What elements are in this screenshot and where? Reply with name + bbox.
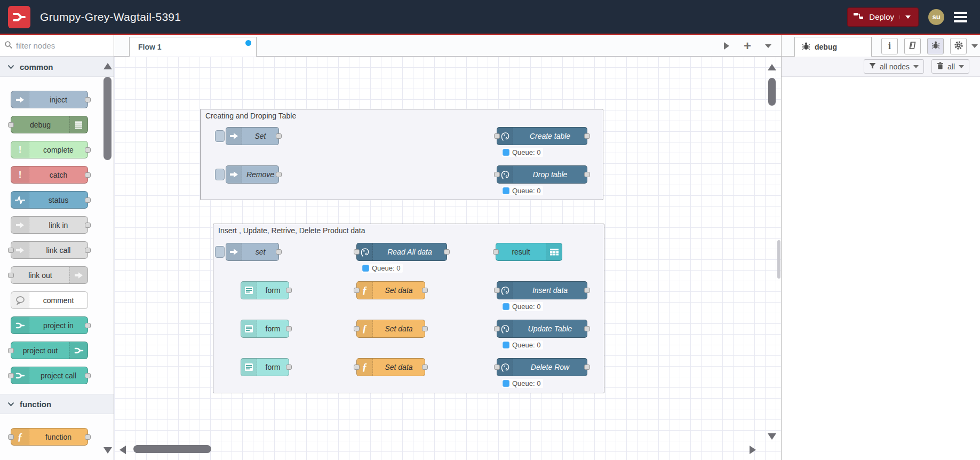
output-port[interactable] (85, 147, 91, 153)
output-port[interactable] (584, 133, 590, 139)
debug-sidebar-button[interactable] (927, 38, 944, 54)
canvas-vertical-scrollbar-thumb[interactable] (768, 78, 776, 106)
flow-node-Create-table[interactable]: Create table (497, 127, 587, 145)
output-port[interactable] (85, 223, 91, 228)
flow-node-Remove[interactable]: Remove (226, 165, 279, 184)
output-port[interactable] (584, 172, 590, 177)
flow-node-form[interactable]: form (241, 281, 289, 299)
flow-node-Set-data[interactable]: ƒSet data (356, 320, 425, 338)
canvas-horizontal-scrollbar-thumb[interactable] (133, 445, 211, 453)
tab-list-caret[interactable] (760, 39, 776, 52)
canvas-scroll-right-arrow[interactable] (750, 446, 756, 454)
palette-node-link-in[interactable]: link in (11, 216, 88, 234)
canvas-scroll-down-arrow[interactable] (768, 433, 776, 440)
main-menu-button[interactable] (954, 12, 967, 22)
output-port[interactable] (444, 249, 450, 255)
input-port[interactable] (494, 172, 500, 177)
input-port[interactable] (354, 288, 360, 293)
input-port[interactable] (8, 373, 14, 378)
input-port[interactable] (8, 248, 14, 253)
debug-messages-area[interactable] (782, 77, 980, 460)
palette-node-link-out[interactable]: link out (11, 266, 88, 284)
sidebar-options-caret[interactable] (971, 44, 978, 48)
input-port[interactable] (354, 364, 360, 370)
canvas-scroll-up-arrow[interactable] (768, 64, 776, 70)
input-port[interactable] (8, 273, 14, 278)
palette-scrollbar-thumb[interactable] (103, 77, 111, 160)
output-port[interactable] (85, 373, 91, 378)
output-port[interactable] (85, 248, 91, 253)
flow-node-Set[interactable]: Set (226, 127, 279, 145)
output-port[interactable] (286, 288, 292, 293)
inject-button[interactable] (215, 130, 225, 142)
output-port[interactable] (584, 288, 590, 293)
debug-filter-button[interactable]: all nodes (864, 59, 924, 74)
input-port[interactable] (8, 434, 14, 440)
inject-button[interactable] (215, 246, 225, 258)
input-port[interactable] (494, 364, 500, 370)
inject-button[interactable] (215, 169, 225, 180)
palette-node-function[interactable]: ƒfunction (11, 428, 88, 446)
input-port[interactable] (494, 288, 500, 293)
help-sidebar-button[interactable] (904, 38, 921, 54)
output-port[interactable] (85, 172, 91, 178)
flow-node-form[interactable]: form (241, 320, 289, 338)
output-port[interactable] (85, 323, 91, 328)
palette-node-inject[interactable]: inject (11, 91, 88, 108)
debug-clear-button[interactable]: all (931, 59, 969, 74)
input-port[interactable] (8, 348, 14, 353)
sidebar-divider-handle[interactable] (777, 240, 780, 279)
palette-node-debug[interactable]: debug (11, 116, 88, 133)
input-port[interactable] (8, 122, 14, 128)
flow-node-Read-All-data[interactable]: Read All data (356, 243, 447, 261)
output-port[interactable] (584, 326, 590, 331)
palette-node-catch[interactable]: !catch (11, 166, 88, 184)
output-port[interactable] (286, 326, 292, 331)
flow-node-set[interactable]: set (226, 243, 279, 261)
palette-node-project-in[interactable]: project in (11, 316, 88, 334)
canvas-scroll-left-arrow[interactable] (119, 446, 126, 454)
palette-node-complete[interactable]: !complete (11, 141, 88, 158)
output-port[interactable] (422, 288, 428, 293)
palette-node-project-out[interactable]: project out (11, 342, 88, 359)
user-avatar[interactable]: su (928, 9, 944, 25)
palette-scroll-up-arrow[interactable] (103, 63, 112, 69)
input-port[interactable] (494, 133, 500, 139)
flow-node-Set-data[interactable]: ƒSet data (356, 281, 425, 299)
input-port[interactable] (493, 249, 499, 255)
output-port[interactable] (276, 133, 282, 139)
flow-node-Insert-data[interactable]: Insert data (497, 281, 587, 299)
tab-debug[interactable]: debug (794, 37, 872, 57)
output-port[interactable] (584, 364, 590, 370)
palette-node-comment[interactable]: comment (11, 291, 88, 309)
output-port[interactable] (276, 172, 282, 177)
output-port[interactable] (276, 249, 282, 255)
add-flow-button[interactable]: + (739, 39, 755, 52)
palette-node-link-call[interactable]: link call (11, 241, 88, 259)
palette-category-function[interactable]: function (0, 394, 114, 414)
flow-node-Drop-table[interactable]: Drop table (497, 165, 587, 184)
info-sidebar-button[interactable]: i (881, 38, 898, 54)
tab-flow1[interactable]: Flow 1 (129, 37, 257, 57)
output-port[interactable] (85, 97, 91, 102)
flow-group[interactable]: Creating and Droping Table (200, 109, 603, 200)
deploy-options-caret[interactable] (899, 15, 913, 19)
flow-canvas[interactable]: Creating and Droping TableInsert , Updat… (114, 57, 781, 460)
palette-search-input[interactable] (16, 41, 96, 50)
palette-category-common[interactable]: common (0, 57, 114, 77)
input-port[interactable] (354, 249, 360, 255)
output-port[interactable] (422, 364, 428, 370)
deploy-button[interactable]: Deploy (847, 7, 919, 27)
input-port[interactable] (494, 326, 500, 331)
palette-node-status[interactable]: status (11, 191, 88, 209)
output-port[interactable] (286, 364, 292, 370)
output-port[interactable] (85, 197, 91, 203)
palette-node-project-call[interactable]: project call (11, 367, 88, 384)
next-tab-button[interactable] (719, 39, 735, 52)
output-port[interactable] (422, 326, 428, 331)
palette-scroll-down-arrow[interactable] (103, 447, 112, 454)
flow-node-Update-Table[interactable]: Update Table (497, 320, 587, 338)
flow-node-form[interactable]: form (241, 358, 289, 376)
flow-node-Set-data[interactable]: ƒSet data (356, 358, 425, 376)
flow-node-Delete-Row[interactable]: Delete Row (497, 358, 587, 376)
